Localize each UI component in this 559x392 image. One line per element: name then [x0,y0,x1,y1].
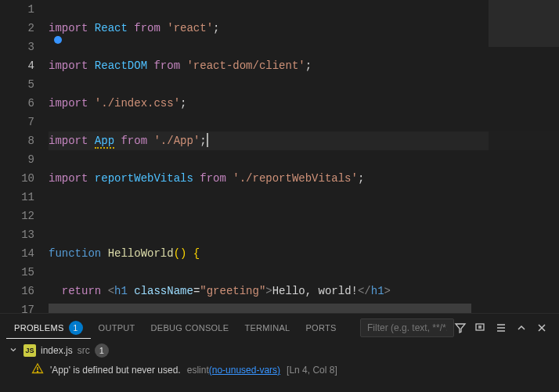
filter-icon[interactable] [454,322,467,334]
line-number: 5 [0,75,34,94]
close-icon[interactable] [536,322,548,334]
svg-rect-0 [476,324,484,330]
line-number: 11 [0,188,34,207]
collapse-all-icon[interactable] [474,322,487,334]
problem-file-dir: src [78,345,90,356]
bottom-panel: PROBLEMS 1 OUTPUT DEBUG CONSOLE TERMINAL… [0,313,559,392]
line-number-gutter: 1 2 3 4 5 6 7 8 9 10 11 12 13 14 15 16 1… [0,0,49,313]
javascript-file-icon: JS [23,344,36,357]
problem-item[interactable]: 'App' is defined but never used. eslint(… [0,360,559,379]
unused-var-warning[interactable]: App [95,135,114,149]
line-number: 15 [0,263,34,282]
problem-location: [Ln 4, Col 8] [287,365,337,376]
line-number: 9 [0,150,34,169]
text-cursor [207,133,208,147]
chevron-up-icon[interactable] [515,322,528,334]
tab-terminal[interactable]: TERMINAL [236,323,298,333]
line-number: 6 [0,94,34,113]
tab-label: PROBLEMS [14,323,64,333]
panel-actions [454,322,553,334]
line-number: 10 [0,169,34,188]
view-as-tree-icon[interactable] [495,322,507,334]
eslint-rule-link[interactable]: (no-unused-vars) [209,365,280,376]
panel-tabs: PROBLEMS 1 OUTPUT DEBUG CONSOLE TERMINAL… [0,314,559,341]
line-number: 3 [0,38,34,56]
code-content[interactable]: import React from 'react'; import ReactD… [49,0,559,313]
line-number: 7 [0,113,34,131]
lightbulb-hint-icon[interactable] [54,36,62,44]
line-number: 16 [0,282,34,300]
chevron-down-icon[interactable] [8,345,19,357]
line-number-active: 4 [0,56,34,75]
problem-message: 'App' is defined but never used. [50,365,181,376]
code-editor[interactable]: 1 2 3 4 5 6 7 8 9 10 11 12 13 14 15 16 1… [0,0,559,313]
line-number: 13 [0,225,34,244]
line-number: 8 [0,131,34,150]
tab-ports[interactable]: PORTS [298,323,344,333]
svg-point-1 [37,371,38,372]
problems-filter-input[interactable] [360,318,454,337]
horizontal-scrollbar[interactable] [49,304,559,313]
line-number: 2 [0,19,34,38]
problem-source: eslint(no-unused-vars) [187,365,280,376]
tab-debug-console[interactable]: DEBUG CONSOLE [143,323,237,333]
tab-output[interactable]: OUTPUT [91,323,143,333]
problem-file-row[interactable]: JS index.js src 1 [0,341,559,360]
line-number: 1 [0,0,34,19]
warning-icon [31,362,44,377]
tab-problems[interactable]: PROBLEMS 1 [6,321,91,339]
problems-count-badge: 1 [69,321,83,335]
scrollbar-thumb[interactable] [49,304,471,313]
line-number: 14 [0,244,34,263]
minimap-viewport[interactable] [489,0,559,47]
problem-file-name: index.js [41,345,73,356]
line-number: 17 [0,300,34,313]
file-problem-count-badge: 1 [95,343,109,358]
minimap[interactable] [489,0,559,304]
line-number: 12 [0,207,34,225]
